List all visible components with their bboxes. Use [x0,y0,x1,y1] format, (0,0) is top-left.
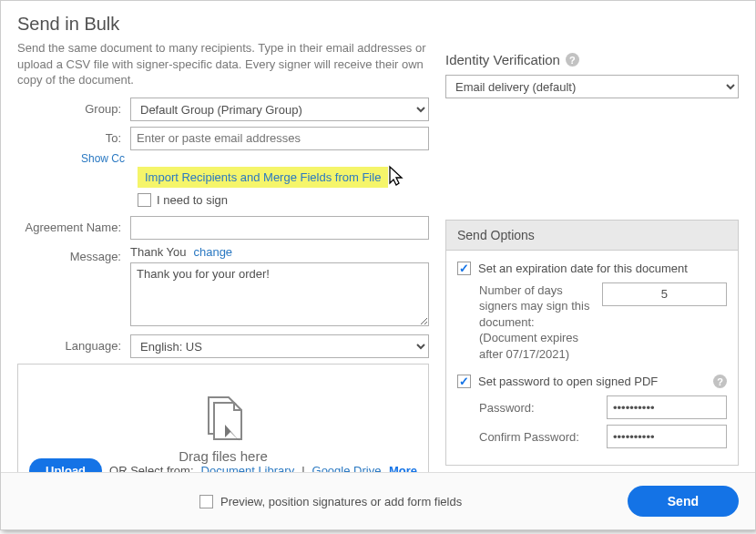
expiration-label: Set an expiration date for this document [478,262,688,275]
preview-label: Preview, position signatures or add form… [220,495,462,508]
show-cc-link[interactable]: Show Cc [17,152,130,165]
confirm-pwd-label: Confirm Password: [479,430,598,444]
help-icon[interactable]: ? [713,375,727,388]
expiration-sub-label: Number of days signers may sign this doc… [479,283,589,329]
identity-select[interactable]: Email delivery (default) [445,75,739,98]
need-sign-label: I need to sign [157,193,228,207]
preview-checkbox[interactable] [199,495,213,508]
password-checkbox[interactable] [457,375,471,388]
language-select[interactable]: English: US [130,334,429,358]
message-template-name: Thank You [130,245,186,259]
import-recipients-link[interactable]: Import Recipients and Merge Fields from … [138,167,388,188]
agreement-input[interactable] [130,216,429,240]
confirm-password-input[interactable] [607,425,727,448]
document-icon [198,392,249,443]
page-title: Send in Bulk [17,14,739,35]
message-label: Message: [17,245,130,263]
group-select[interactable]: Default Group (Primary Group) [130,98,429,121]
send-options-heading: Send Options [446,221,738,251]
language-label: Language: [17,334,130,353]
import-recipients-text: Import Recipients and Merge Fields from … [145,170,381,184]
pwd-label: Password: [479,401,598,415]
agreement-label: Agreement Name: [17,216,130,234]
footer-bar: Preview, position signatures or add form… [1,472,755,529]
to-label: To: [17,127,130,145]
need-sign-checkbox[interactable] [138,193,151,207]
message-change-link[interactable]: change [193,245,232,259]
help-icon[interactable]: ? [566,53,579,67]
send-button[interactable]: Send [628,486,739,517]
page-subtitle: Send the same document to many recipient… [17,40,445,88]
expiration-days-input[interactable] [602,282,727,306]
expiration-checkbox[interactable] [457,262,471,275]
message-textarea[interactable] [130,262,429,326]
password-input[interactable] [607,395,727,419]
cursor-icon [386,165,406,191]
expiration-date-text: (Document expires after 07/17/2021) [479,331,578,361]
send-options-panel: Send Options Set an expiration date for … [445,220,739,467]
password-label: Set password to open signed PDF [478,375,658,388]
group-label: Group: [17,98,130,116]
identity-heading: Identity Verification [445,52,560,67]
to-input[interactable] [130,127,429,150]
